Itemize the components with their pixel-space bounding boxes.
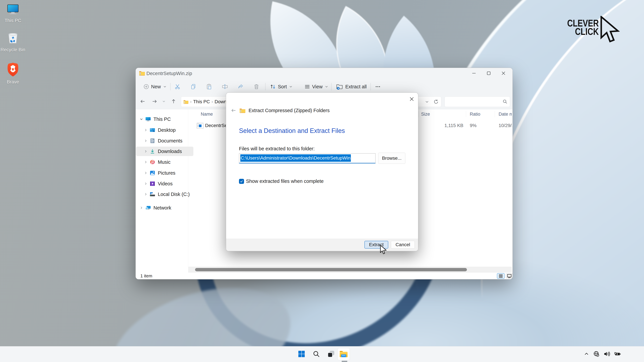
selected-path-text: C:\Users\Administrator\Downloads\Decentr…: [240, 154, 351, 162]
task-view-button[interactable]: [325, 348, 337, 360]
chevron-collapsed-icon[interactable]: [143, 193, 149, 196]
chevron-collapsed-icon[interactable]: [143, 171, 149, 175]
sidebar-item-network[interactable]: Network: [136, 203, 189, 213]
brave-icon: [0, 62, 26, 78]
cancel-button[interactable]: Cancel: [391, 241, 415, 249]
desktop-icon-this-pc[interactable]: This PC: [0, 4, 26, 23]
chevron-collapsed-icon[interactable]: [143, 128, 149, 132]
desktop-icon-label: Recycle Bin: [0, 47, 25, 52]
chevron-expanded-icon[interactable]: [138, 117, 144, 121]
recycle-bin-icon: [0, 32, 26, 46]
network-offline-icon[interactable]: [593, 351, 600, 357]
details-view-toggle[interactable]: [497, 273, 505, 279]
start-button[interactable]: [296, 348, 308, 360]
sidebar-item-label: Documents: [158, 138, 182, 144]
destination-path-input[interactable]: C:\Users\Administrator\Downloads\Decentr…: [239, 153, 376, 163]
close-icon: [501, 71, 506, 75]
up-button[interactable]: [168, 96, 178, 107]
search-input[interactable]: [447, 97, 501, 106]
this-pc-icon: [0, 4, 26, 16]
sidebar-item-downloads[interactable]: Downloads: [136, 147, 193, 156]
recent-locations-button[interactable]: [160, 96, 168, 107]
clever-click-logo: CLEVER CLICK: [567, 16, 622, 46]
checkmark-icon: [240, 179, 243, 183]
breadcrumb-this-pc[interactable]: This PC: [193, 99, 210, 104]
dialog-instruction: Select a Destination and Extract Files: [239, 127, 345, 134]
file-explorer-taskbar-button[interactable]: [338, 348, 350, 360]
back-button[interactable]: [138, 96, 148, 107]
file-ratio: 9%: [470, 121, 476, 130]
paste-icon: [206, 84, 212, 90]
copy-icon: [190, 84, 196, 90]
view-button[interactable]: View: [303, 81, 330, 93]
maximize-button[interactable]: [482, 68, 495, 79]
new-button[interactable]: New: [142, 81, 168, 93]
sidebar-item-pictures[interactable]: Pictures: [136, 168, 193, 178]
sort-button[interactable]: Sort: [268, 81, 294, 93]
logo-line2: CLICK: [567, 27, 599, 36]
minimize-button[interactable]: [468, 68, 480, 79]
extract-all-label: Extract all: [345, 84, 366, 89]
copy-button[interactable]: [187, 81, 200, 92]
desktop: This PC Recycle Bin Brave CLEVER CLICK: [0, 0, 644, 362]
chevron-collapsed-icon[interactable]: [143, 160, 149, 164]
taskbar-search-button[interactable]: [310, 348, 322, 360]
scrollbar-thumb[interactable]: [195, 268, 467, 271]
this-pc-icon: [144, 117, 152, 122]
column-divider[interactable]: [495, 111, 495, 117]
hidden-icons-chevron[interactable]: [584, 351, 589, 357]
sidebar-divider: [188, 109, 188, 267]
extract-all-button[interactable]: Extract all: [334, 81, 368, 93]
volume-icon[interactable]: [604, 351, 610, 357]
logo-cursor-icon: [600, 16, 622, 43]
sidebar-item-label: Local Disk (C:): [158, 192, 190, 197]
sidebar-item-documents[interactable]: Documents: [136, 136, 193, 145]
paste-button[interactable]: [203, 81, 216, 92]
extract-dialog: Extract Compressed (Zipped) Folders Sele…: [226, 92, 418, 251]
active-app-indicator: [342, 361, 347, 362]
close-button[interactable]: [497, 68, 510, 79]
dialog-close-button[interactable]: [408, 96, 415, 102]
dialog-back-icon[interactable]: [231, 108, 236, 113]
refresh-icon[interactable]: [433, 99, 439, 104]
column-header-name[interactable]: Name: [201, 110, 213, 118]
details-view-icon: [498, 274, 503, 278]
destination-label: Files will be extracted to this folder:: [239, 146, 314, 151]
share-button[interactable]: [234, 81, 247, 92]
toolbar-separator: [331, 83, 332, 90]
chevron-collapsed-icon[interactable]: [143, 182, 149, 185]
large-icons-view-toggle[interactable]: [506, 273, 513, 279]
show-files-checkbox-label[interactable]: Show extracted files when complete: [246, 178, 324, 184]
chevron-collapsed-icon[interactable]: [143, 150, 149, 153]
breadcrumb-folder[interactable]: Downl: [215, 99, 228, 104]
column-header-size[interactable]: Size: [421, 110, 430, 118]
address-dropdown-icon[interactable]: [425, 100, 429, 104]
rename-button[interactable]: [218, 81, 231, 92]
network-icon: [144, 205, 152, 210]
show-files-checkbox[interactable]: [239, 179, 244, 184]
chevron-down-icon: [289, 85, 292, 88]
sidebar-item-local-disk-c[interactable]: Local Disk (C:): [136, 190, 193, 199]
column-header-date-modified[interactable]: Date mo: [498, 110, 512, 118]
status-bar: 1 item: [136, 273, 512, 279]
desktop-icon-recycle-bin[interactable]: Recycle Bin: [0, 32, 26, 52]
forward-button[interactable]: [150, 96, 160, 107]
more-options-button[interactable]: [372, 81, 383, 92]
desktop-icon-brave[interactable]: Brave: [0, 62, 26, 85]
horizontal-scrollbar[interactable]: [188, 267, 512, 273]
sidebar-item-label: This PC: [154, 116, 171, 122]
sidebar-item-this-pc[interactable]: This PC: [136, 114, 189, 124]
chevron-collapsed-icon[interactable]: [138, 206, 144, 210]
delete-button[interactable]: [250, 81, 263, 92]
sidebar-item-desktop[interactable]: Desktop: [136, 125, 193, 135]
sidebar-item-music[interactable]: Music: [136, 157, 193, 167]
battery-charging-icon[interactable]: [614, 351, 621, 357]
windows-logo-icon: [298, 350, 305, 358]
cut-icon: [174, 84, 180, 90]
column-header-ratio[interactable]: Ratio: [470, 110, 480, 118]
browse-button[interactable]: Browse...: [378, 153, 405, 164]
chevron-collapsed-icon[interactable]: [143, 139, 149, 142]
back-arrow-icon: [140, 98, 146, 104]
sidebar-item-videos[interactable]: Videos: [136, 179, 193, 188]
cut-button[interactable]: [171, 81, 184, 92]
